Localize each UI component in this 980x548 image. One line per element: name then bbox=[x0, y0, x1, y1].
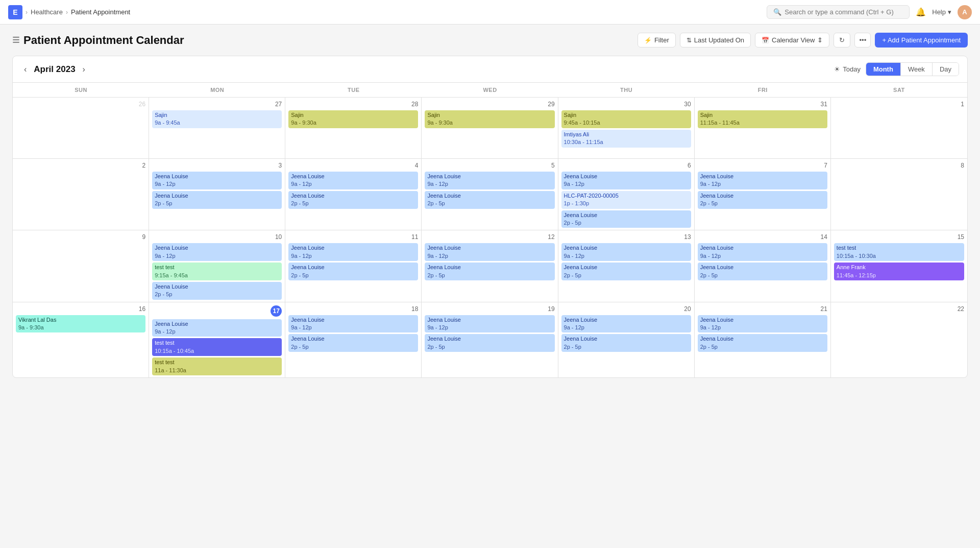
calendar-event[interactable]: Sajin9:45a - 10:15a bbox=[561, 110, 691, 128]
day-2-5[interactable]: 14Jeena Louise9a - 12pJeena Louise2p - 5… bbox=[695, 230, 831, 301]
calendar-event[interactable]: Sajin9a - 9:30a bbox=[288, 110, 418, 128]
calendar-event[interactable]: Jeena Louise9a - 12p bbox=[698, 315, 827, 333]
search-input[interactable] bbox=[785, 8, 903, 16]
event-time: 9:45a - 10:15a bbox=[564, 119, 689, 127]
day-2-4[interactable]: 13Jeena Louise9a - 12pJeena Louise2p - 5… bbox=[558, 230, 695, 301]
day-3-6[interactable]: 22 bbox=[831, 302, 967, 377]
calendar-event[interactable]: test test11a - 11:30a bbox=[152, 358, 282, 375]
calendar-event[interactable]: Jeena Louise9a - 12p bbox=[425, 243, 554, 261]
day-2-2[interactable]: 11Jeena Louise9a - 12pJeena Louise2p - 5… bbox=[285, 230, 422, 301]
event-name: Jeena Louise bbox=[700, 335, 825, 343]
calendar-event[interactable]: Jeena Louise9a - 12p bbox=[561, 172, 691, 189]
day-0-5[interactable]: 31Sajin11:15a - 11:45a bbox=[695, 98, 831, 158]
calendar-event[interactable]: Jeena Louise9a - 12p bbox=[698, 243, 827, 261]
search-bar[interactable]: 🔍 bbox=[767, 5, 910, 19]
calendar-event[interactable]: Jeena Louise9a - 12p bbox=[288, 172, 418, 189]
search-icon: 🔍 bbox=[773, 8, 781, 16]
sort-button[interactable]: ⇅ Last Updated On bbox=[680, 33, 751, 47]
calendar-event[interactable]: test test10:15a - 10:30a bbox=[834, 243, 964, 261]
calendar-event[interactable]: Jeena Louise9a - 12p bbox=[425, 315, 554, 333]
add-patient-appointment-button[interactable]: + Add Patient Appointment bbox=[875, 33, 968, 47]
event-name: Jeena Louise bbox=[291, 335, 415, 343]
calendar-event[interactable]: HLC-PAT-2020-000051p - 1:30p bbox=[561, 191, 691, 209]
calendar-event[interactable]: Jeena Louise2p - 5p bbox=[288, 191, 418, 209]
day-1-0[interactable]: 2 bbox=[13, 159, 149, 230]
calendar-event[interactable]: Jeena Louise9a - 12p bbox=[288, 243, 418, 261]
refresh-button[interactable]: ↻ bbox=[834, 33, 850, 47]
sort-icon: ⇅ bbox=[687, 37, 692, 44]
calendar-event[interactable]: Jeena Louise2p - 5p bbox=[425, 191, 554, 209]
day-3-4[interactable]: 20Jeena Louise9a - 12pJeena Louise2p - 5… bbox=[558, 302, 695, 377]
day-0-6[interactable]: 1 bbox=[831, 98, 967, 158]
day-0-3[interactable]: 29Sajin9a - 9:30a bbox=[422, 98, 558, 158]
calendar-event[interactable]: Jeena Louise2p - 5p bbox=[698, 191, 827, 209]
event-time: 11a - 11:30a bbox=[155, 367, 279, 374]
calendar-event[interactable]: Anne Frank11:45a - 12:15p bbox=[834, 263, 964, 280]
avatar[interactable]: A bbox=[958, 5, 972, 19]
calendar-event[interactable]: Jeena Louise2p - 5p bbox=[152, 282, 282, 300]
header-tue: TUE bbox=[285, 83, 422, 97]
day-0-4[interactable]: 30Sajin9:45a - 10:15aImtiyas Ali10:30a -… bbox=[558, 98, 695, 158]
prev-month-button[interactable]: ‹ bbox=[21, 64, 30, 75]
month-view-button[interactable]: Month bbox=[866, 63, 901, 76]
calendar-event[interactable]: Jeena Louise2p - 5p bbox=[425, 263, 554, 280]
filter-button[interactable]: ⚡ Filter bbox=[638, 33, 676, 47]
calendar-event[interactable]: Sajin9a - 9:45a bbox=[152, 110, 282, 128]
calendar-event[interactable]: Jeena Louise9a - 12p bbox=[425, 172, 554, 189]
calendar-event[interactable]: Jeena Louise9a - 12p bbox=[152, 319, 282, 337]
breadcrumb-patient-appointment[interactable]: Patient Appointment bbox=[71, 8, 130, 16]
event-name: Anne Frank bbox=[837, 264, 962, 271]
calendar-event[interactable]: Jeena Louise9a - 12p bbox=[152, 243, 282, 261]
day-3-0[interactable]: 16Vikrant Lal Das9a - 9:30a bbox=[13, 302, 149, 377]
day-0-1[interactable]: 27Sajin9a - 9:45a bbox=[149, 98, 285, 158]
notification-icon[interactable]: 🔔 bbox=[916, 7, 926, 17]
calendar-event[interactable]: Jeena Louise9a - 12p bbox=[561, 243, 691, 261]
calendar-event[interactable]: Jeena Louise9a - 12p bbox=[288, 315, 418, 333]
day-1-1[interactable]: 3Jeena Louise9a - 12pJeena Louise2p - 5p bbox=[149, 159, 285, 230]
calendar-view-button[interactable]: 📅 Calendar View ⇕ bbox=[755, 33, 829, 47]
calendar-event[interactable]: Jeena Louise2p - 5p bbox=[288, 263, 418, 280]
day-1-5[interactable]: 7Jeena Louise9a - 12pJeena Louise2p - 5p bbox=[695, 159, 831, 230]
calendar-event[interactable]: Sajin9a - 9:30a bbox=[425, 110, 554, 128]
calendar-event[interactable]: Jeena Louise9a - 12p bbox=[698, 172, 827, 189]
breadcrumb-healthcare[interactable]: Healthcare bbox=[31, 8, 63, 16]
day-view-button[interactable]: Day bbox=[933, 63, 959, 76]
day-2-6[interactable]: 15test test10:15a - 10:30aAnne Frank11:4… bbox=[831, 230, 967, 301]
day-2-0[interactable]: 9 bbox=[13, 230, 149, 301]
calendar-event[interactable]: test test10:15a - 10:45a bbox=[152, 338, 282, 356]
day-2-3[interactable]: 12Jeena Louise9a - 12pJeena Louise2p - 5… bbox=[422, 230, 558, 301]
day-3-5[interactable]: 21Jeena Louise9a - 12pJeena Louise2p - 5… bbox=[695, 302, 831, 377]
calendar-event[interactable]: Jeena Louise2p - 5p bbox=[152, 191, 282, 209]
calendar-event[interactable]: Jeena Louise2p - 5p bbox=[561, 210, 691, 228]
day-1-2[interactable]: 4Jeena Louise9a - 12pJeena Louise2p - 5p bbox=[285, 159, 422, 230]
event-time: 2p - 5p bbox=[700, 343, 825, 351]
calendar-event[interactable]: Jeena Louise2p - 5p bbox=[561, 334, 691, 352]
day-3-1[interactable]: 17Jeena Louise9a - 12ptest test10:15a - … bbox=[149, 302, 285, 377]
day-number: 5 bbox=[425, 162, 554, 169]
today-button[interactable]: ☀ Today bbox=[834, 65, 861, 73]
calendar-event[interactable]: Vikrant Lal Das9a - 9:30a bbox=[16, 315, 145, 333]
day-0-2[interactable]: 28Sajin9a - 9:30a bbox=[285, 98, 422, 158]
day-1-4[interactable]: 6Jeena Louise9a - 12pHLC-PAT-2020-000051… bbox=[558, 159, 695, 230]
calendar-event[interactable]: Jeena Louise2p - 5p bbox=[561, 263, 691, 280]
day-1-6[interactable]: 8 bbox=[831, 159, 967, 230]
calendar-event[interactable]: Imtiyas Ali10:30a - 11:15a bbox=[561, 130, 691, 148]
more-button[interactable]: ••• bbox=[854, 33, 871, 47]
day-3-3[interactable]: 19Jeena Louise9a - 12pJeena Louise2p - 5… bbox=[422, 302, 558, 377]
day-1-3[interactable]: 5Jeena Louise9a - 12pJeena Louise2p - 5p bbox=[422, 159, 558, 230]
calendar-event[interactable]: Jeena Louise9a - 12p bbox=[152, 172, 282, 189]
help-button[interactable]: Help ▾ bbox=[932, 8, 951, 16]
calendar-event[interactable]: Jeena Louise2p - 5p bbox=[425, 334, 554, 352]
calendar-event[interactable]: Jeena Louise2p - 5p bbox=[698, 334, 827, 352]
calendar-event[interactable]: Sajin11:15a - 11:45a bbox=[698, 110, 827, 128]
next-month-button[interactable]: › bbox=[80, 64, 88, 75]
day-3-2[interactable]: 18Jeena Louise9a - 12pJeena Louise2p - 5… bbox=[285, 302, 422, 377]
calendar-event[interactable]: test test9:15a - 9:45a bbox=[152, 263, 282, 280]
calendar-event[interactable]: Jeena Louise2p - 5p bbox=[698, 263, 827, 280]
week-view-button[interactable]: Week bbox=[901, 63, 933, 76]
today-label: Today bbox=[843, 65, 861, 73]
calendar-event[interactable]: Jeena Louise2p - 5p bbox=[288, 334, 418, 352]
day-2-1[interactable]: 10Jeena Louise9a - 12ptest test9:15a - 9… bbox=[149, 230, 285, 301]
calendar-event[interactable]: Jeena Louise9a - 12p bbox=[561, 315, 691, 333]
day-0-0[interactable]: 26 bbox=[13, 98, 149, 158]
